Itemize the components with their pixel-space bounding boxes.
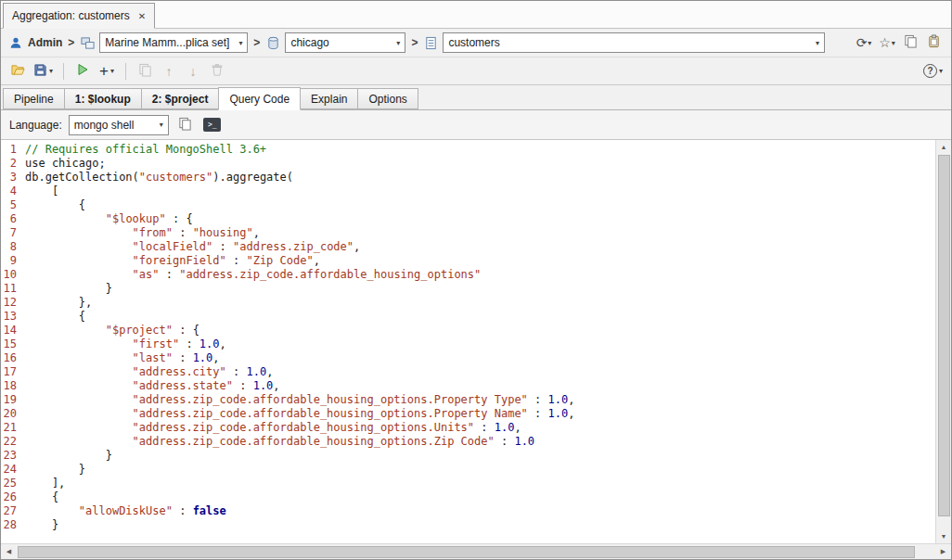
delete-stage-button[interactable] (206, 60, 228, 83)
connection-select[interactable]: Marine Mamm...plica set] ▾ (99, 32, 248, 53)
user-label: Admin (28, 36, 62, 49)
code-line: 5 { (1, 198, 935, 212)
code-text: use chicago; (25, 157, 106, 171)
tab-pipeline[interactable]: Pipeline (3, 88, 65, 109)
code-line: 20 "address.zip_code.affordable_housing_… (1, 407, 935, 421)
tab-options[interactable]: Options (357, 88, 418, 109)
horizontal-scrollbar[interactable]: ◀ ▶ (1, 543, 951, 559)
code-text: "localField" : "address.zip_code", (25, 240, 360, 254)
chevron-down-icon: ▾ (392, 39, 400, 47)
code-text: { (25, 198, 85, 212)
code-text: [ (25, 185, 58, 198)
save-button[interactable]: ▾ (31, 60, 56, 83)
line-number: 14 (1, 324, 25, 337)
tab-explain[interactable]: Explain (300, 88, 358, 109)
vertical-scrollbar[interactable]: ▲ ▼ (935, 140, 951, 543)
favorites-button[interactable]: ☆ ▾ (877, 32, 897, 53)
code-text: } (25, 449, 112, 463)
code-text: "address.zip_code.affordable_housing_opt… (25, 407, 574, 421)
open-button[interactable] (6, 60, 29, 83)
vertical-scroll-thumb[interactable] (938, 155, 950, 516)
code-line: 15 "first" : 1.0, (1, 337, 935, 351)
add-stage-button[interactable]: + ▾ (96, 60, 118, 83)
line-number: 18 (1, 379, 25, 393)
code-text: ], (25, 477, 65, 490)
scroll-right-button[interactable]: ▶ (935, 544, 951, 559)
code-lines[interactable]: 1// Requires official MongoShell 3.6+2us… (1, 140, 935, 543)
database-select[interactable]: chicago ▾ (285, 32, 405, 53)
line-number: 16 (1, 351, 25, 365)
code-line: 13 { (1, 310, 935, 324)
close-icon[interactable]: ✕ (138, 11, 146, 21)
code-text: "address.zip_code.affordable_housing_opt… (25, 393, 574, 407)
line-number: 15 (1, 337, 25, 351)
copy-icon (178, 117, 192, 134)
move-down-button[interactable]: ↓ (182, 60, 204, 83)
code-line: 7 "from" : "housing", (1, 226, 935, 240)
collection-select[interactable]: customers ▾ (443, 32, 825, 53)
code-editor: 1// Requires official MongoShell 3.6+2us… (1, 140, 951, 543)
breadcrumb-separator: > (252, 36, 261, 49)
database-icon (265, 35, 280, 50)
tab-stage2-project[interactable]: 2: $project (141, 88, 220, 109)
line-number: 21 (1, 421, 25, 435)
scroll-down-button[interactable]: ▼ (936, 529, 951, 543)
code-text: "as" : "address.zip_code.affordable_hous… (25, 268, 481, 282)
code-line: 17 "address.city" : 1.0, (1, 365, 935, 379)
chevron-down-icon: ▾ (812, 39, 819, 47)
refresh-icon: ⟳ (856, 36, 868, 49)
line-number: 22 (1, 435, 25, 449)
code-line: 2use chicago; (1, 157, 935, 171)
database-value: chicago (290, 36, 328, 49)
tab-stage1-lookup[interactable]: 1: $lookup (64, 88, 142, 109)
toolbar-separator (125, 63, 126, 80)
code-text: "address.city" : 1.0, (25, 365, 273, 379)
line-number: 4 (1, 185, 25, 198)
breadcrumb-separator: > (67, 36, 75, 49)
code-line: 14 "$project" : { (1, 324, 935, 337)
copy-button[interactable] (900, 32, 920, 53)
line-number: 3 (1, 171, 25, 185)
line-number: 26 (1, 490, 25, 504)
chevron-down-icon: ▾ (892, 39, 895, 47)
code-text: }, (25, 296, 92, 310)
paste-icon (927, 34, 941, 51)
line-number: 8 (1, 240, 25, 254)
scroll-left-button[interactable]: ◀ (1, 544, 17, 559)
tab-query-code[interactable]: Query Code (218, 87, 301, 110)
scroll-up-button[interactable]: ▲ (936, 140, 951, 154)
copy-code-button[interactable] (175, 115, 196, 135)
open-in-shell-button[interactable]: >_ (202, 115, 223, 135)
code-line: 23 } (1, 449, 935, 463)
tab-aggregation-customers[interactable]: Aggregation: customers ✕ (3, 3, 155, 29)
code-line: 11 } (1, 282, 935, 296)
move-up-button[interactable]: ↑ (158, 60, 180, 83)
code-line: 8 "localField" : "address.zip_code", (1, 240, 935, 254)
arrow-down-icon: ↓ (190, 64, 197, 79)
code-text: } (25, 463, 85, 477)
plus-icon: + (99, 63, 109, 79)
code-line: 6 "$lookup" : { (1, 212, 935, 226)
code-line: 19 "address.zip_code.affordable_housing_… (1, 393, 935, 407)
app-window: Aggregation: customers ✕ Admin > Marine … (0, 0, 952, 560)
run-button[interactable] (71, 60, 94, 83)
duplicate-stage-button[interactable] (134, 60, 156, 83)
chevron-down-icon: ▾ (156, 121, 163, 129)
code-line: 24 } (1, 463, 935, 477)
code-text: "foreignField" : "Zip Code", (25, 254, 320, 268)
line-number: 17 (1, 365, 25, 379)
recent-queries-button[interactable]: ⟳ ▾ (854, 32, 874, 53)
paste-button[interactable] (923, 32, 944, 53)
document-tabbar: Aggregation: customers ✕ (1, 1, 951, 29)
language-value: mongo shell (74, 119, 135, 132)
breadcrumb-actions: ⟳ ▾ ☆ ▾ (854, 32, 944, 53)
help-button[interactable]: ? ▾ (920, 60, 946, 83)
duplicate-icon (138, 63, 152, 80)
code-line: 3db.getCollection("customers").aggregate… (1, 171, 935, 185)
terminal-icon: >_ (203, 118, 221, 132)
code-line: 9 "foreignField" : "Zip Code", (1, 254, 935, 268)
horizontal-scroll-thumb[interactable] (18, 546, 915, 558)
code-text: "from" : "housing", (25, 226, 260, 240)
line-number: 10 (1, 268, 25, 282)
language-select[interactable]: mongo shell ▾ (69, 115, 169, 135)
